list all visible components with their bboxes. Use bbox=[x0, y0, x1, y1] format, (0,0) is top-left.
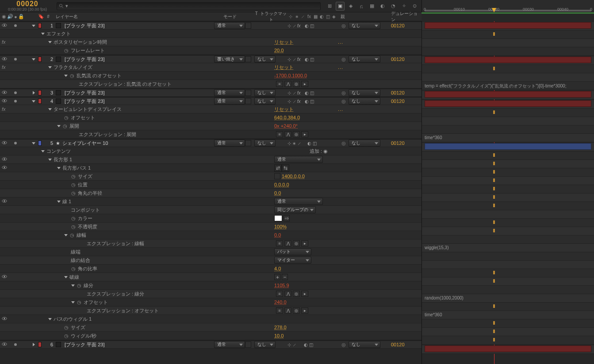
auto-keyframe-icon[interactable]: ⊙ bbox=[410, 2, 419, 11]
duration-value[interactable]: 00120 bbox=[391, 90, 405, 95]
shape-direction-icon[interactable]: ⇄ bbox=[274, 164, 282, 172]
layer-name[interactable]: [ブラック 平面 23] bbox=[65, 90, 104, 96]
expr-pickwhip-icon[interactable]: ◎ bbox=[293, 81, 300, 87]
stopwatch-icon[interactable]: ◷ bbox=[64, 325, 69, 330]
dash-row[interactable]: ◷線分 1105.9 bbox=[0, 281, 422, 290]
layer-row-2[interactable]: 2 [ブラック 平面 23] 覆い焼き なし ⊹ ⟋ fx ◐ ◫ ◎なし 00… bbox=[0, 55, 422, 63]
composite-dropdown[interactable]: 同じグループの bbox=[274, 206, 316, 213]
stopwatch-icon[interactable]: ◷ bbox=[69, 232, 75, 238]
expression-text[interactable]: wiggle(15,3) bbox=[425, 245, 591, 250]
current-time[interactable]: 00020 0:00:00:20 (30.00 fps) bbox=[3, 1, 52, 11]
prop-value[interactable]: 20.0 bbox=[274, 48, 284, 53]
rect1-row[interactable]: 長方形 1 通常 bbox=[0, 155, 422, 164]
dashes-row[interactable]: 破線 ＋− bbox=[0, 273, 422, 281]
trkmat-dropdown[interactable]: なし bbox=[254, 98, 276, 105]
duration-value[interactable]: 00120 bbox=[391, 99, 405, 104]
pickwhip-icon[interactable]: ◎ bbox=[341, 341, 347, 348]
brainstorm-icon[interactable]: ✧ bbox=[399, 2, 408, 11]
stopwatch-icon[interactable]: ◷ bbox=[71, 190, 76, 196]
twirl-down-icon[interactable] bbox=[57, 124, 61, 128]
keyframe[interactable] bbox=[493, 220, 495, 224]
lock-header-icon[interactable]: 🔒 bbox=[18, 14, 24, 19]
posterize-time-row[interactable]: fx ポスタリゼーション時間 リセット... bbox=[0, 38, 422, 46]
wiggle-persec-row[interactable]: ◷ウィグル/秒 10.0 bbox=[0, 332, 422, 340]
label-color[interactable] bbox=[38, 23, 42, 28]
twirl-down-icon[interactable] bbox=[41, 32, 45, 35]
duration-value[interactable]: 00120 bbox=[391, 57, 405, 62]
keyframe[interactable] bbox=[493, 170, 495, 174]
prop-value[interactable]: 1105.9 bbox=[274, 283, 289, 288]
color-row[interactable]: ◷カラー ⇨ bbox=[0, 214, 422, 223]
layer-switches[interactable]: ⊹ ⟋ fx ◐ ◫ bbox=[287, 23, 314, 28]
expression-text[interactable]: time*360 bbox=[425, 135, 591, 140]
layer-switches[interactable]: ⊹ ∗ ⟋ ◐ ◫ bbox=[287, 141, 317, 146]
trkmat-dropdown[interactable]: なし bbox=[254, 56, 276, 63]
linecap-dropdown[interactable]: バット bbox=[274, 248, 311, 255]
solo-dot[interactable] bbox=[14, 142, 17, 144]
shape-blend-dropdown[interactable]: 通常 bbox=[274, 156, 323, 163]
contents-row[interactable]: コンテンツ 追加 : ◉ bbox=[0, 147, 422, 155]
timeline-area[interactable]: temp = effect("フラクタルノイズ")("乱気流 のオフセット")[… bbox=[422, 21, 594, 364]
add-menu-icon[interactable]: ◉ bbox=[323, 148, 328, 154]
stopwatch-icon[interactable]: ◷ bbox=[77, 300, 82, 305]
timeline-ruler[interactable]: 0 00010 00020 00030 00040 0 bbox=[422, 0, 594, 12]
layer-switches[interactable]: ⊹ ⟋ ◐ ◫ bbox=[287, 342, 313, 347]
parent-dropdown[interactable]: なし bbox=[349, 56, 380, 63]
prop-value[interactable]: 240.0 bbox=[274, 300, 287, 305]
twirl-right-icon[interactable] bbox=[32, 91, 35, 95]
twirl-down-icon[interactable] bbox=[71, 284, 75, 287]
expr-pickwhip-icon[interactable]: ◎ bbox=[293, 307, 300, 314]
stopwatch-icon[interactable]: ◷ bbox=[71, 224, 76, 229]
twirl-down-icon[interactable] bbox=[48, 65, 52, 69]
mode-header[interactable]: モード bbox=[223, 14, 254, 20]
stopwatch-icon[interactable]: ◷ bbox=[71, 174, 76, 179]
prop-value[interactable]: -1700.0,1000.0 bbox=[274, 73, 307, 78]
trkmat-dropdown[interactable]: なし bbox=[254, 140, 276, 147]
layer-name[interactable]: [ブラック 平面 23] bbox=[65, 341, 104, 348]
motion-blur-icon[interactable]: ◐ bbox=[378, 2, 387, 11]
expr-turbulence-row[interactable]: エクスプレッション : 乱気流 のオフセット ≡ ⋀ ◎ ▸ bbox=[0, 80, 422, 88]
twirl-down-icon[interactable] bbox=[32, 141, 35, 145]
parent-dropdown[interactable]: なし bbox=[349, 341, 380, 348]
keyframe[interactable] bbox=[493, 279, 495, 283]
search-input[interactable]: ▾ bbox=[57, 2, 321, 10]
parent-dropdown[interactable]: なし bbox=[349, 89, 380, 96]
layer-row-4[interactable]: 4 [ブラック 平面 23] 通常 なし ⊹ ⟋ fx ◐ ◫ ◎なし 0012… bbox=[0, 97, 422, 105]
prop-value[interactable]: 0x +240.0° bbox=[274, 123, 298, 129]
comp-flowchart-icon[interactable]: ⊞ bbox=[325, 2, 334, 11]
expr-enable-icon[interactable]: ≡ bbox=[276, 81, 283, 87]
miter-limit-row[interactable]: ◷角の比率 4.0 bbox=[0, 265, 422, 273]
solo-dot[interactable] bbox=[14, 343, 17, 346]
blend-mode-dropdown[interactable]: 通常 bbox=[214, 341, 245, 348]
expr-graph-icon[interactable]: ⋀ bbox=[284, 81, 291, 87]
composite-row[interactable]: コンポジット 同じグループの bbox=[0, 206, 422, 214]
rect-size-row[interactable]: ◷サイズ 1400.0,0.0 bbox=[0, 172, 422, 181]
eye-icon[interactable] bbox=[2, 57, 7, 62]
prop-value[interactable]: 0.0 bbox=[274, 232, 281, 238]
twirl-down-icon[interactable] bbox=[32, 99, 35, 103]
label-color[interactable] bbox=[38, 57, 42, 62]
preserve-transparency[interactable] bbox=[245, 140, 251, 146]
stopwatch-icon[interactable]: ◷ bbox=[64, 48, 69, 53]
blend-mode-dropdown[interactable]: 通常 bbox=[214, 98, 245, 105]
expr-dash-offset-row[interactable]: エクスプレッション : オフセット ≡ ⋀ ◎ ▸ bbox=[0, 307, 422, 315]
solo-header-icon[interactable]: ● bbox=[14, 14, 17, 19]
index-header[interactable]: # bbox=[47, 14, 50, 19]
layer-bar[interactable] bbox=[425, 143, 591, 150]
preserve-transparency[interactable] bbox=[245, 98, 251, 104]
expr-pickwhip-icon[interactable]: ◎ bbox=[293, 240, 300, 246]
layer-bar[interactable] bbox=[425, 22, 591, 29]
options-link[interactable]: ... bbox=[338, 64, 343, 70]
twirl-down-icon[interactable] bbox=[48, 158, 52, 161]
expr-menu-icon[interactable]: ▸ bbox=[301, 307, 308, 314]
td-offset-row[interactable]: ◷オフセット 640.0,384.0 bbox=[0, 114, 422, 122]
path-wiggle-row[interactable]: パスのウィグル 1 bbox=[0, 315, 422, 323]
eye-icon[interactable] bbox=[2, 99, 7, 104]
expr-enable-icon[interactable]: ≡ bbox=[276, 131, 283, 137]
label-color[interactable] bbox=[38, 99, 42, 104]
cti-head-icon[interactable] bbox=[492, 8, 496, 12]
audio-header-icon[interactable]: 🔊 bbox=[7, 14, 13, 19]
reset-link[interactable]: リセット bbox=[274, 106, 294, 113]
twirl-down-icon[interactable] bbox=[48, 107, 52, 111]
rectpath1-row[interactable]: 長方形パス 1 ⇄ ⇆ bbox=[0, 164, 422, 172]
